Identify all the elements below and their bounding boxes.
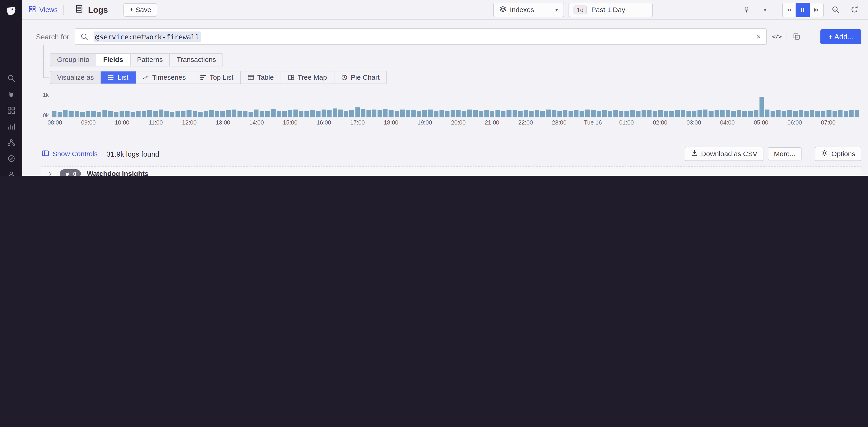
histogram-bar[interactable] — [810, 110, 814, 117]
histogram-bar[interactable] — [771, 110, 775, 117]
histogram-bar[interactable] — [406, 110, 410, 117]
histogram-bar[interactable] — [394, 110, 399, 117]
histogram-bar[interactable] — [170, 111, 175, 117]
histogram-bar[interactable] — [776, 110, 781, 117]
histogram-bar[interactable] — [411, 110, 416, 117]
histogram-bar[interactable] — [552, 110, 556, 117]
viz-option-timeseries[interactable]: Timeseries — [135, 71, 193, 84]
histogram-bar[interactable] — [625, 110, 629, 117]
histogram-bar[interactable] — [793, 110, 798, 117]
histogram-bar[interactable] — [827, 110, 831, 117]
rewind-button[interactable] — [782, 2, 796, 17]
more-button[interactable]: More... — [768, 147, 802, 161]
histogram-bar[interactable] — [316, 110, 320, 117]
histogram-bar[interactable] — [164, 111, 169, 117]
histogram-bar[interactable] — [63, 110, 68, 117]
histogram-bar[interactable] — [153, 111, 158, 117]
sidebar-item-synthetics-icon[interactable] — [3, 151, 19, 165]
viz-option-pie-chart[interactable]: Pie Chart — [334, 71, 386, 84]
sidebar-item-metrics-icon[interactable] — [3, 119, 19, 133]
histogram-bar[interactable] — [243, 110, 248, 117]
histogram-bar[interactable] — [563, 110, 567, 117]
histogram-bar[interactable] — [260, 110, 265, 117]
sidebar-item-rum-icon[interactable] — [3, 167, 19, 176]
histogram-bar[interactable] — [456, 110, 461, 117]
histogram-bar[interactable] — [507, 110, 511, 117]
histogram-bar[interactable] — [366, 110, 371, 117]
histogram-bar[interactable] — [484, 110, 489, 117]
histogram-bar[interactable] — [675, 110, 680, 117]
histogram-bar[interactable] — [726, 110, 730, 117]
histogram-bar[interactable] — [490, 110, 494, 117]
sidebar-item-search-icon[interactable] — [3, 71, 19, 85]
search-input[interactable]: @service:network-firewall × — [75, 28, 767, 45]
histogram-bar[interactable] — [131, 112, 135, 117]
histogram-bar[interactable] — [670, 111, 674, 117]
histogram-bar[interactable] — [804, 111, 809, 117]
histogram-bar[interactable] — [176, 110, 180, 117]
tab-transactions[interactable]: Transactions — [170, 54, 222, 66]
histogram-bar[interactable] — [389, 110, 394, 117]
histogram-bar[interactable] — [821, 111, 826, 117]
histogram-plot[interactable] — [52, 94, 859, 117]
histogram-bar[interactable] — [400, 110, 405, 117]
histogram-bar[interactable] — [288, 110, 292, 117]
histogram-bar[interactable] — [512, 110, 517, 117]
histogram-bar[interactable] — [495, 110, 500, 117]
histogram-bar[interactable] — [574, 110, 579, 117]
viz-option-tree-map[interactable]: Tree Map — [281, 71, 334, 84]
histogram-bar[interactable] — [344, 110, 348, 117]
histogram-bar[interactable] — [226, 110, 231, 117]
histogram-bar[interactable] — [478, 111, 483, 117]
histogram-bar[interactable] — [855, 110, 859, 117]
histogram-bar[interactable] — [732, 111, 736, 117]
histogram-bar[interactable] — [102, 110, 107, 117]
histogram-bar[interactable] — [557, 110, 562, 117]
histogram-bar[interactable] — [159, 110, 163, 117]
histogram-bar[interactable] — [361, 109, 365, 117]
histogram-bar[interactable] — [434, 110, 438, 117]
indexes-dropdown[interactable]: Indexes ▾ — [493, 2, 564, 17]
histogram-bar[interactable] — [760, 97, 764, 117]
histogram-bar[interactable] — [765, 109, 769, 117]
histogram-bar[interactable] — [91, 111, 96, 117]
histogram-bar[interactable] — [125, 111, 130, 117]
sidebar-item-watchdog-icon[interactable] — [3, 87, 19, 101]
histogram-bar[interactable] — [119, 110, 124, 117]
histogram-bar[interactable] — [423, 110, 427, 117]
fast-forward-button[interactable] — [810, 2, 824, 17]
histogram-bar[interactable] — [844, 110, 848, 117]
histogram-bar[interactable] — [86, 111, 90, 117]
histogram-bar[interactable] — [198, 111, 203, 117]
histogram-bar[interactable] — [142, 111, 147, 117]
histogram-bar[interactable] — [254, 110, 259, 117]
histogram-bar[interactable] — [613, 110, 618, 117]
histogram-bar[interactable] — [338, 110, 343, 117]
histogram-bar[interactable] — [192, 111, 197, 117]
histogram-bar[interactable] — [664, 110, 669, 117]
histogram-bar[interactable] — [265, 111, 270, 117]
pin-icon[interactable] — [739, 2, 753, 17]
histogram-bar[interactable] — [535, 110, 539, 117]
clear-search-icon[interactable]: × — [756, 32, 761, 41]
histogram-bar[interactable] — [428, 110, 433, 117]
time-range-picker[interactable]: 1d Past 1 Day — [568, 2, 653, 17]
histogram-bar[interactable] — [787, 110, 792, 117]
histogram-bar[interactable] — [540, 110, 545, 117]
query-syntax-icon[interactable]: </> — [772, 33, 781, 40]
datadog-logo-icon[interactable] — [4, 4, 18, 18]
histogram-bar[interactable] — [299, 110, 304, 117]
histogram-bar[interactable] — [849, 110, 854, 117]
search-query-token[interactable]: @service:network-firewall — [94, 31, 201, 42]
histogram-bar[interactable] — [305, 111, 309, 117]
save-button[interactable]: + Save — [123, 3, 157, 16]
histogram-bar[interactable] — [97, 111, 101, 117]
histogram-bar[interactable] — [377, 110, 382, 117]
histogram-bar[interactable] — [333, 108, 337, 117]
sidebar-item-dashboards-icon[interactable] — [3, 103, 19, 117]
viz-option-table[interactable]: Table — [241, 71, 281, 84]
histogram-bar[interactable] — [546, 110, 551, 117]
histogram-bar[interactable] — [417, 111, 422, 117]
histogram-bar[interactable] — [220, 111, 225, 117]
histogram-bar[interactable] — [355, 107, 360, 117]
